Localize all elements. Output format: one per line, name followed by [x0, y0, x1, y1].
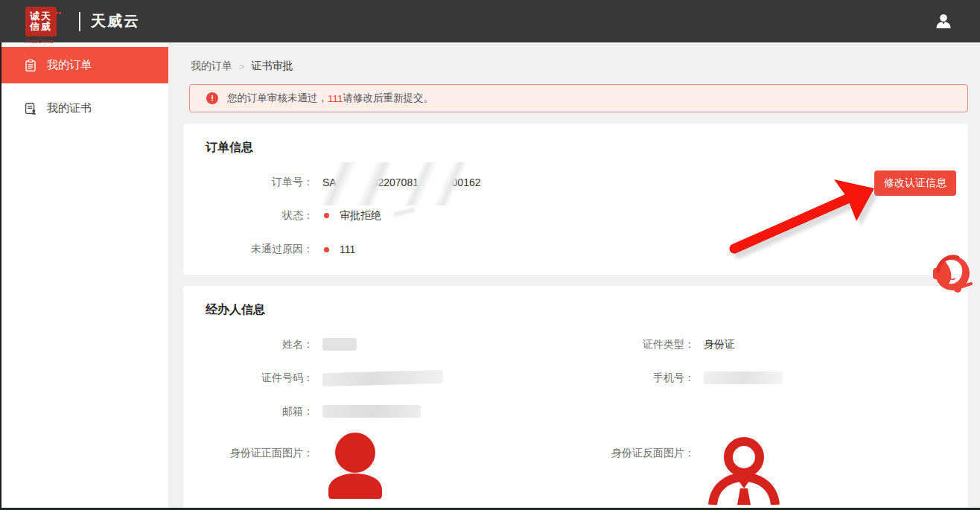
logo-subtitle: iTrusChina: [25, 39, 54, 44]
app-title: 天威云: [91, 11, 140, 31]
sidebar-item-my-orders[interactable]: 我的订单: [0, 47, 168, 83]
sidebar-item-label: 我的证书: [47, 101, 92, 115]
order-list-icon: [24, 59, 37, 72]
sidebar-item-label: 我的订单: [47, 58, 92, 72]
email-label: 邮箱：: [206, 405, 314, 418]
header-divider: [79, 12, 80, 31]
agent-info-card: 经办人信息 姓名： 证件号码： 邮箱：: [183, 286, 968, 510]
id-type-value: 身份证: [704, 338, 735, 351]
phone-label: 手机号：: [576, 372, 695, 385]
sidebar: 我的订单 我的证书: [0, 42, 168, 510]
order-number-seg1: SA: [322, 176, 337, 188]
id-number-redacted-value: [322, 370, 443, 386]
breadcrumb-my-orders[interactable]: 我的订单: [191, 60, 232, 73]
order-status-row: 状态： 审批拒绝: [206, 208, 946, 223]
id-type-label: 证件类型：: [576, 338, 695, 351]
id-front-image-placeholder-person-icon[interactable]: [325, 430, 385, 502]
edit-auth-info-button[interactable]: 修改认证信息: [874, 170, 956, 196]
redaction-smudge: [393, 207, 416, 217]
status-dot-icon: [324, 213, 329, 218]
review-failed-alert: ! 您的订单审核未通过， 111 请修改后重新提交。: [189, 84, 968, 112]
id-back-row: 身份证反面图片：: [576, 430, 946, 505]
id-front-row: 身份证正面图片：: [206, 430, 576, 502]
name-redacted-value: [322, 338, 357, 351]
email-row: 邮箱：: [206, 404, 576, 418]
customer-service-float-icon[interactable]: [932, 254, 976, 296]
app-header: 诚天 信威 iTrusChina 天威云: [0, 0, 980, 42]
logo-line2: 信威: [30, 22, 52, 32]
order-number-value: SA022070810000162: [322, 176, 481, 188]
alert-reason-text: 111: [328, 93, 343, 104]
reason-text: 111: [340, 243, 355, 255]
user-account-icon[interactable]: [934, 12, 953, 31]
name-label: 姓名：: [206, 338, 314, 351]
order-card-title: 订单信息: [206, 140, 946, 156]
id-type-row: 证件类型： 身份证: [576, 337, 946, 351]
order-status-value: 审批拒绝: [322, 209, 416, 223]
order-number-row: 订单号： SA022070810000162: [206, 175, 946, 189]
alert-text: 您的订单审核未通过，: [227, 92, 328, 105]
agent-card-left-column: 姓名： 证件号码： 邮箱： 身份证正面图片：: [206, 318, 576, 505]
sidebar-item-my-certificates[interactable]: 我的证书: [0, 90, 168, 127]
order-info-card: 订单信息 订单号： SA022070810000162 状态： 审批拒绝 未: [183, 124, 968, 275]
order-number-seg2: 02207081: [372, 176, 419, 188]
agent-card-right-column: 证件类型： 身份证 手机号： 身份证反面图片：: [576, 318, 946, 505]
breadcrumb-separator-icon: >: [239, 61, 245, 72]
name-row: 姓名：: [206, 337, 576, 351]
phone-redacted-value: [704, 372, 783, 384]
id-number-row: 证件号码：: [206, 371, 576, 385]
breadcrumb-current: 证书审批: [252, 60, 293, 73]
status-text: 审批拒绝: [340, 209, 381, 221]
email-redacted-value: [322, 405, 421, 418]
logo-seal-dots-icon: [55, 4, 63, 7]
reason-dot-icon: [324, 247, 329, 252]
certificate-icon: [24, 102, 37, 115]
order-status-label: 状态：: [206, 209, 314, 223]
brand-logo-icon: 诚天 信威: [25, 7, 57, 36]
phone-row: 手机号：: [576, 371, 946, 385]
main-content: 我的订单 > 证书审批 ! 您的订单审核未通过， 111 请修改后重新提交。 订…: [168, 42, 980, 510]
alert-text-after: 请修改后重新提交。: [343, 92, 434, 105]
spacer-row: [576, 404, 946, 418]
id-front-label: 身份证正面图片：: [206, 430, 314, 460]
breadcrumb: 我的订单 > 证书审批: [191, 60, 968, 73]
reject-reason-value: 111: [322, 243, 355, 255]
alert-error-icon: !: [206, 92, 218, 104]
id-number-label: 证件号码：: [206, 372, 314, 385]
brand-logo[interactable]: 诚天 信威 iTrusChina: [25, 7, 58, 36]
reject-reason-label: 未通过原因：: [206, 243, 314, 256]
order-number-seg3: 0000162: [440, 176, 481, 188]
order-number-label: 订单号：: [206, 176, 314, 189]
id-back-image-placeholder-person-icon[interactable]: [707, 430, 781, 505]
window-left-edge: [0, 42, 1, 510]
agent-card-title: 经办人信息: [206, 302, 946, 318]
logo-line1: 诚天: [30, 11, 52, 22]
reject-reason-row: 未通过原因： 111: [206, 242, 946, 256]
id-back-label: 身份证反面图片：: [576, 430, 695, 460]
